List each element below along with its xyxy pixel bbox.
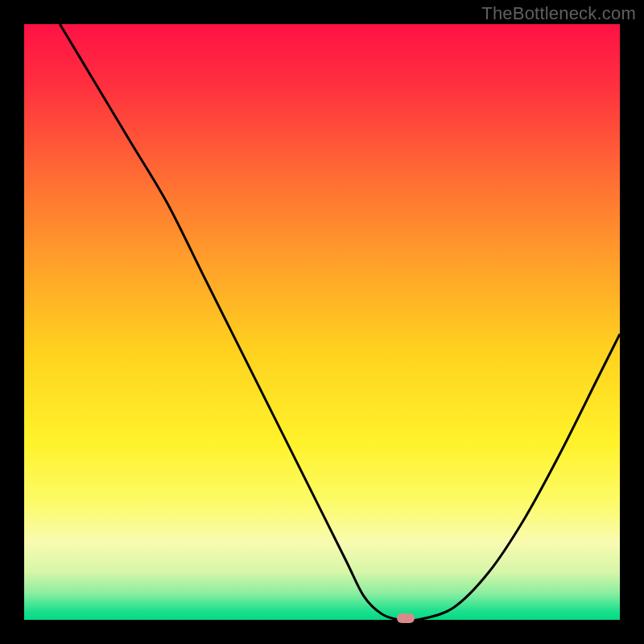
attribution-label: TheBottleneck.com bbox=[481, 3, 636, 24]
curve-path bbox=[60, 24, 620, 620]
plot-area bbox=[24, 24, 620, 620]
optimal-marker bbox=[397, 613, 415, 623]
bottleneck-curve bbox=[24, 24, 620, 620]
chart-frame: TheBottleneck.com bbox=[0, 0, 644, 644]
